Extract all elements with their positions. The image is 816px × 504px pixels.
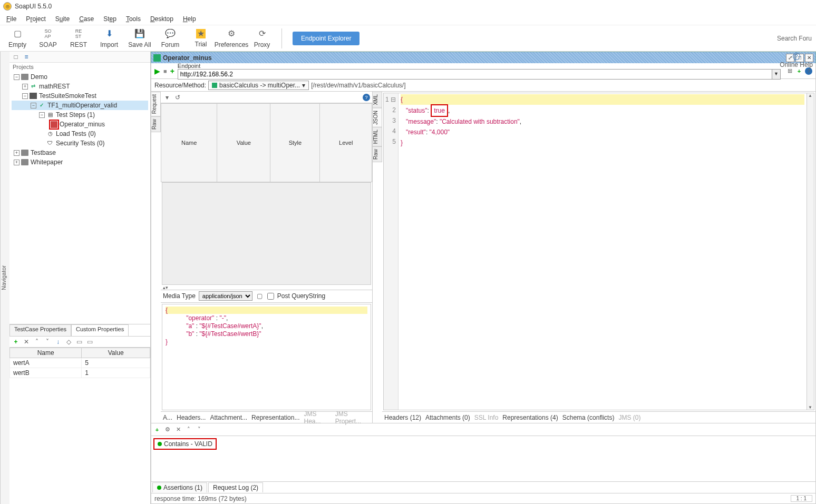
endpoint-explorer-button[interactable]: Endpoint Explorer	[293, 32, 360, 45]
menu-help[interactable]: Help	[179, 14, 200, 24]
help-icon[interactable]: ?	[363, 94, 370, 101]
tree-loadtests[interactable]: ◷Load Tests (0)	[12, 129, 148, 139]
tree-demo[interactable]: −Demo	[12, 72, 148, 82]
raw-tab[interactable]: Raw	[151, 116, 161, 132]
ssl-info-tab[interactable]: SSL Info	[474, 414, 499, 421]
request-tab[interactable]: Request	[151, 92, 161, 116]
tree-securitytests[interactable]: 🛡Security Tests (0)	[12, 139, 148, 148]
add-icon[interactable]: +	[170, 67, 174, 75]
testcase-properties-tab[interactable]: TestCase Properties	[9, 324, 71, 336]
properties-table[interactable]: NameValue wertA5 wertB1	[9, 348, 150, 378]
param-opts-icon[interactable]: ▾	[163, 93, 171, 102]
projects-toolbar: □ ≡	[9, 52, 150, 63]
tree-operator-minus[interactable]: Operator_minus	[12, 120, 148, 129]
endpoint-input[interactable]	[178, 69, 772, 80]
assertions-tab[interactable]: Assertions (1)	[152, 482, 207, 492]
save-icon[interactable]: ▭	[85, 338, 94, 346]
endpoint-dropdown-icon[interactable]: ▼	[772, 69, 781, 80]
move-up-assertion-icon[interactable]: ˄	[185, 426, 192, 433]
table-row[interactable]: wertB1	[10, 368, 150, 378]
assertion-contains-valid[interactable]: Contains - VALID	[153, 438, 217, 450]
collapse-toggle-icon[interactable]: −	[14, 74, 20, 80]
collapse-icon[interactable]: □	[12, 53, 20, 61]
resource-label: Resource/Method:	[154, 82, 206, 89]
navigator-side-tab[interactable]: Navigator	[0, 52, 9, 504]
toolbar-forum[interactable]: 💬Forum	[157, 27, 183, 50]
add-assertion-icon[interactable]: +	[153, 426, 161, 433]
jms-properties-tab[interactable]: JMS Propert...	[335, 410, 370, 425]
response-bottom-tabs: Headers (12) Attachments (0) SSL Info Re…	[382, 411, 815, 423]
tree-testbase[interactable]: +Testbase	[12, 148, 148, 157]
media-tool-icon[interactable]: ▢	[256, 292, 264, 300]
expand-icon[interactable]: ≡	[22, 53, 31, 61]
tree-testsuite[interactable]: −TestSuiteSmokeTest	[12, 91, 148, 101]
menu-project[interactable]: Project	[22, 14, 50, 24]
move-up-icon[interactable]: ˄	[33, 338, 41, 346]
schema-tab[interactable]: Schema (conflicts)	[562, 414, 615, 421]
run-icon[interactable]: ▶	[154, 67, 160, 75]
load-icon[interactable]: ▭	[75, 338, 83, 346]
tree-whitepaper[interactable]: +Whitepaper	[12, 157, 148, 167]
raw-resp-tab[interactable]: Raw	[373, 146, 382, 162]
media-type-select[interactable]: application/json	[199, 291, 252, 301]
resp-representations-tab[interactable]: Representations (4)	[502, 414, 558, 421]
resp-jms-tab[interactable]: JMS (0)	[618, 414, 640, 421]
stop-icon[interactable]: ■	[163, 68, 167, 74]
response-scrollbar[interactable]	[807, 93, 814, 410]
menu-tools[interactable]: Tools	[122, 14, 145, 24]
param-undo-icon[interactable]: ↺	[173, 93, 182, 102]
configure-assertion-icon[interactable]: ⚙	[164, 426, 171, 433]
attachments-tab[interactable]: Attachment...	[210, 414, 247, 421]
menu-file[interactable]: File	[2, 14, 21, 24]
toolbar-proxy[interactable]: ⟳Proxy	[249, 27, 275, 50]
remove-assertion-icon[interactable]: ✕	[174, 426, 182, 433]
soap-icon: SOAP	[43, 28, 53, 39]
post-querystring-checkbox[interactable]	[267, 293, 274, 300]
resp-headers-tab[interactable]: Headers (12)	[384, 414, 421, 421]
toolbar-import[interactable]: ⬇Import	[96, 27, 122, 50]
move-down-icon[interactable]: ˅	[43, 338, 52, 346]
clear-icon[interactable]: ◇	[64, 338, 73, 346]
tree-mathrest[interactable]: +mathREST	[12, 82, 148, 91]
jms-headers-tab[interactable]: JMS Hea...	[304, 410, 331, 425]
tree-tf1[interactable]: −TF1_multiOperator_valid	[12, 101, 148, 110]
move-down-assertion-icon[interactable]: ˅	[196, 426, 203, 433]
remove-property-icon[interactable]: ✕	[22, 338, 31, 346]
toolbar-soap[interactable]: SOAPSOAP	[35, 27, 61, 50]
menu-suite[interactable]: Suite	[51, 14, 74, 24]
toolbar-empty[interactable]: ▢Empty	[4, 27, 31, 50]
sort-down-icon[interactable]: ↓	[54, 338, 62, 346]
toolbar-saveall[interactable]: 💾Save All	[127, 27, 153, 50]
response-editor[interactable]: 1 ⊟2345 { "status": true, "message": "Ca…	[383, 93, 814, 410]
auth-tab[interactable]: A...	[163, 414, 172, 421]
table-row[interactable]: wertA5	[10, 358, 150, 368]
add-property-icon[interactable]: +	[12, 338, 20, 346]
toolbar-forum-label: Forum	[161, 41, 180, 48]
toolbar-trial[interactable]: ★Trial	[188, 27, 214, 50]
resize-handle[interactable]: ▴▾	[161, 285, 372, 290]
html-tab[interactable]: HTML	[373, 127, 382, 146]
document-tab[interactable]: Operator_minus ⤢ □ ✕	[151, 52, 816, 63]
request-body-editor[interactable]: { "operator" : "-", "a" : "${#TestCase#w…	[162, 304, 371, 411]
headers-tab[interactable]: Headers...	[177, 414, 206, 421]
search-forum-link[interactable]: Search Foru	[777, 35, 812, 42]
assertions-list[interactable]: Contains - VALID	[151, 436, 815, 481]
custom-properties-tab[interactable]: Custom Properties	[71, 324, 129, 336]
toolbar-preferences[interactable]: ⚙Preferences	[218, 27, 245, 50]
menu-desktop[interactable]: Desktop	[146, 14, 178, 24]
tree-teststeps[interactable]: −▤Test Steps (1)	[12, 110, 148, 120]
xml-tab[interactable]: XML	[373, 92, 382, 108]
online-help-link[interactable]: ? Online Help	[780, 53, 813, 68]
expand-toggle-icon[interactable]: +	[22, 84, 28, 90]
resource-method-dropdown[interactable]: basicCalculus -> multiOper...▾	[208, 81, 309, 90]
representation-tab[interactable]: Representation...	[251, 414, 299, 421]
menu-step[interactable]: Step	[99, 14, 121, 24]
title-bar: ◎ SoapUI 5.5.0	[0, 0, 816, 13]
project-tree[interactable]: −Demo +mathREST −TestSuiteSmokeTest −TF1…	[9, 71, 150, 324]
request-log-tab[interactable]: Request Log (2)	[208, 482, 263, 492]
param-table[interactable]: Name Value Style Level	[161, 103, 372, 182]
menu-case[interactable]: Case	[75, 14, 98, 24]
json-tab[interactable]: JSON	[373, 108, 382, 127]
toolbar-rest[interactable]: RESTREST	[65, 27, 92, 50]
resp-attachments-tab[interactable]: Attachments (0)	[425, 414, 470, 421]
